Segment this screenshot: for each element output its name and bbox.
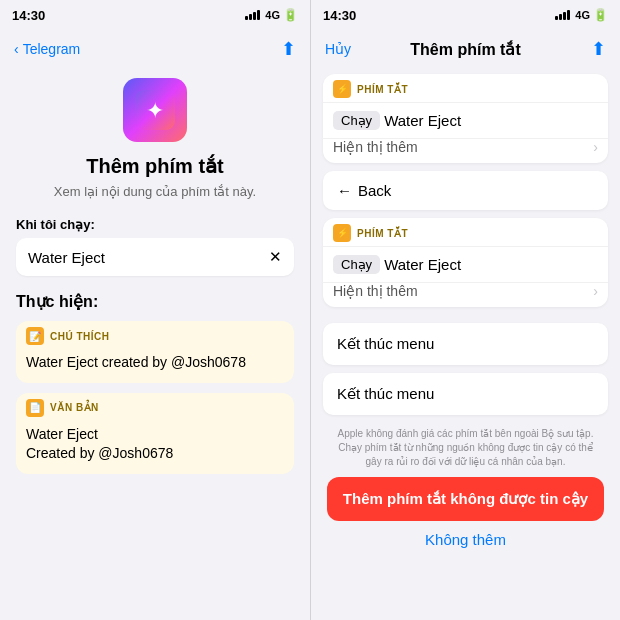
comment-card-icon: 📝 <box>26 327 44 345</box>
app-icon: ✦ <box>123 78 187 142</box>
right-signal-icon <box>555 10 570 20</box>
shortcut-1-name: Water Eject <box>384 112 461 129</box>
add-untrusted-label: Thêm phím tắt không được tin cậy <box>343 490 588 507</box>
network-icon: 4G <box>265 9 280 21</box>
shortcut-card-2-type: PHÍM TẮT <box>357 228 408 239</box>
comment-card: 📝 CHÚ THÍCH Water Eject created by @Josh… <box>16 321 294 383</box>
comment-card-header: 📝 CHÚ THÍCH <box>16 321 294 349</box>
text-card: 📄 VĂN BẢN Water Eject Created by @Josh06… <box>16 393 294 474</box>
right-status-bar: 14:30 4G 🔋 <box>311 0 620 30</box>
left-panel: 14:30 4G 🔋 ‹ Telegram ⬆ <box>0 0 310 620</box>
right-cancel-label: Hủy <box>325 41 351 57</box>
left-status-bar: 14:30 4G 🔋 <box>0 0 310 30</box>
left-status-icons: 4G 🔋 <box>245 8 298 22</box>
shortcut-card-2-icon: ⚡ <box>333 224 351 242</box>
left-content: ✦ Thêm phím tắt Xem lại nội dung của phí… <box>0 68 310 620</box>
right-network-icon: 4G <box>575 9 590 21</box>
shortcut-card-2-body: Chạy Water Eject <box>323 247 608 282</box>
when-run-label: Khi tôi chạy: <box>16 217 294 232</box>
right-nav-bar: Hủy Thêm phím tắt ⬆ <box>311 30 620 68</box>
back-arrow-icon: ← <box>337 182 352 199</box>
left-time: 14:30 <box>12 8 45 23</box>
shortcut-card-2-header: ⚡ PHÍM TẮT <box>323 218 608 247</box>
shortcut-2-run: Chạy Water Eject <box>333 255 461 274</box>
signal-icon <box>245 10 260 20</box>
clear-icon[interactable]: ✕ <box>269 248 282 266</box>
shortcut-1-run: Chạy Water Eject <box>333 111 461 130</box>
menu-end-2-label: Kết thúc menu <box>337 385 434 402</box>
right-share-button[interactable]: ⬆ <box>591 38 606 60</box>
menu-end-1[interactable]: Kết thúc menu <box>323 323 608 365</box>
text-card-type: VĂN BẢN <box>50 402 99 413</box>
right-battery-icon: 🔋 <box>593 8 608 22</box>
not-add-button[interactable]: Không thêm <box>323 531 608 556</box>
action-label: Thực hiện: <box>16 292 294 311</box>
shortcut-card-1-type: PHÍM TẮT <box>357 84 408 95</box>
battery-icon: 🔋 <box>283 8 298 22</box>
left-page-subtitle: Xem lại nội dung của phím tắt này. <box>16 184 294 199</box>
shortcut-name-input[interactable]: Water Eject ✕ <box>16 238 294 276</box>
shortcut-2-show-more: Hiện thị thêm <box>333 283 418 299</box>
right-nav-title: Thêm phím tắt <box>410 40 520 59</box>
shortcut-card-1-header: ⚡ PHÍM TẮT <box>323 74 608 103</box>
right-cancel-button[interactable]: Hủy <box>325 41 351 57</box>
shortcut-1-more[interactable]: Hiện thị thêm › <box>323 138 608 163</box>
back-label: Back <box>358 182 391 199</box>
shortcut-1-run-label: Chạy <box>333 111 380 130</box>
shortcuts-icon: ✦ <box>135 90 175 130</box>
left-back-button[interactable]: ‹ Telegram <box>14 41 80 57</box>
menu-end-1-label: Kết thúc menu <box>337 335 434 352</box>
right-panel: 14:30 4G 🔋 Hủy Thêm phím tắt ⬆ ⚡ PHÍM TẮ… <box>310 0 620 620</box>
svg-text:✦: ✦ <box>146 98 164 123</box>
chevron-right-icon: › <box>593 139 598 155</box>
add-untrusted-button[interactable]: Thêm phím tắt không được tin cậy <box>327 477 604 521</box>
back-button[interactable]: ← Back <box>323 171 608 210</box>
text-card-header: 📄 VĂN BẢN <box>16 393 294 421</box>
right-status-icons: 4G 🔋 <box>555 8 608 22</box>
shortcut-card-1-icon: ⚡ <box>333 80 351 98</box>
right-time: 14:30 <box>323 8 356 23</box>
comment-card-type: CHÚ THÍCH <box>50 331 110 342</box>
shortcut-card-2: ⚡ PHÍM TẮT Chạy Water Eject Hiện thị thê… <box>323 218 608 307</box>
chevron-right-icon-2: › <box>593 283 598 299</box>
shortcut-name-value: Water Eject <box>28 249 105 266</box>
not-add-label: Không thêm <box>425 531 506 548</box>
left-share-button[interactable]: ⬆ <box>281 38 296 60</box>
shortcut-2-run-label: Chạy <box>333 255 380 274</box>
text-card-body: Water Eject Created by @Josh0678 <box>16 421 294 474</box>
menu-end-2[interactable]: Kết thúc menu <box>323 373 608 415</box>
shortcut-card-1-body: Chạy Water Eject <box>323 103 608 138</box>
left-page-title: Thêm phím tắt <box>16 154 294 178</box>
left-back-label: Telegram <box>23 41 81 57</box>
app-icon-wrap: ✦ <box>16 78 294 142</box>
right-content: ⚡ PHÍM TẮT Chạy Water Eject Hiện thị thê… <box>311 68 620 620</box>
shortcut-2-more[interactable]: Hiện thị thêm › <box>323 282 608 307</box>
disclaimer-text: Apple không đánh giá các phím tắt bên ng… <box>323 423 608 477</box>
shortcut-2-name: Water Eject <box>384 256 461 273</box>
shortcut-card-1: ⚡ PHÍM TẮT Chạy Water Eject Hiện thị thê… <box>323 74 608 163</box>
left-nav-bar: ‹ Telegram ⬆ <box>0 30 310 68</box>
spacer <box>323 315 608 323</box>
comment-card-body: Water Eject created by @Josh0678 <box>16 349 294 383</box>
text-card-icon: 📄 <box>26 399 44 417</box>
left-back-arrow: ‹ <box>14 41 19 57</box>
shortcut-1-show-more: Hiện thị thêm <box>333 139 418 155</box>
